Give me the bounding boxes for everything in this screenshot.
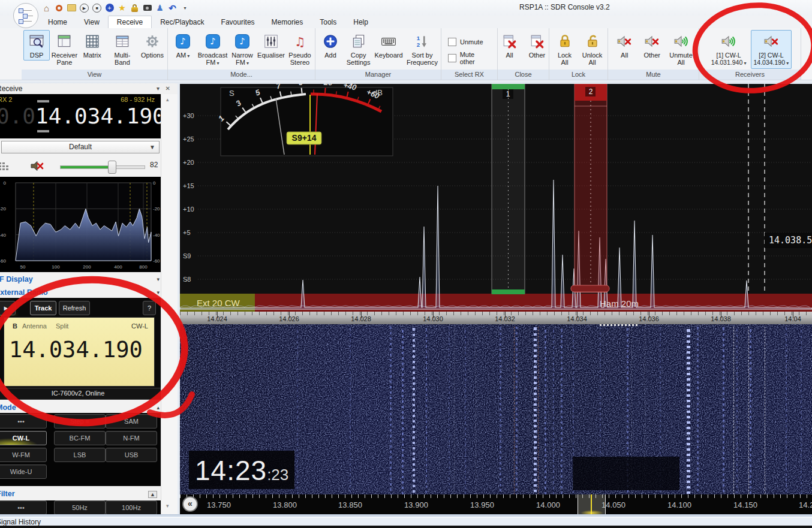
filter-button-[interactable]: ••• xyxy=(0,500,47,514)
svg-text:+25: +25 xyxy=(183,135,194,143)
multi-band-button[interactable]: Multi-Band xyxy=(107,30,138,68)
frequency-digits[interactable]: 0.014.034.190 xyxy=(0,104,166,128)
2-cw-l-14-034-190-button[interactable]: [2] CW-L14.034.190 ▾ xyxy=(751,30,792,69)
panel-close-icon[interactable]: ✕ xyxy=(166,85,170,92)
tab-favourites[interactable]: Favourites xyxy=(213,16,263,29)
keyboard-button[interactable]: Keyboard xyxy=(373,30,404,61)
undo-icon[interactable]: ↶ xyxy=(168,4,177,13)
tab-memories[interactable]: Memories xyxy=(263,16,312,29)
other-button[interactable]: Other xyxy=(639,30,665,61)
am-button[interactable]: ♪AM ▾ xyxy=(170,30,196,62)
lock-all-button[interactable]: LockAll xyxy=(552,30,578,68)
cw-signal-trace xyxy=(500,327,501,494)
scale-label: 14.024 xyxy=(207,315,227,322)
add-icon[interactable]: + xyxy=(105,4,114,13)
help-ring-icon[interactable] xyxy=(55,4,64,13)
dsp-button[interactable]: DSP xyxy=(23,30,50,61)
application-menu-button[interactable] xyxy=(13,3,38,28)
section-header-external-radio[interactable]: External Radio▾ xyxy=(0,287,178,298)
ext-radio-refresh-button[interactable]: Refresh xyxy=(59,301,90,315)
stop-icon[interactable]: ■ xyxy=(92,4,101,13)
tab-help[interactable]: Help xyxy=(345,16,377,29)
band-navigation-bar[interactable]: 13.75013.80013.85013.90013.95014.00014.0… xyxy=(180,494,812,514)
volume-slider[interactable] xyxy=(60,165,145,169)
rf-spectrum-display[interactable]: +30+25+20+15+10+5S9S8Ext 20 CWHam 20m121… xyxy=(180,84,812,312)
receiver-1-marker[interactable]: 1 xyxy=(492,84,525,294)
matrix-button[interactable]: Matrix xyxy=(79,30,106,61)
1-cw-l-14-031-940-button[interactable]: [1] CW-L14.031.940 ▾ xyxy=(708,30,750,69)
mode-button-wide-u[interactable]: Wide-U xyxy=(0,464,47,479)
mode-button-bc-fm[interactable]: BC-FM xyxy=(54,431,106,445)
tab-rec-playback[interactable]: Rec/Playback xyxy=(152,16,212,29)
add-button[interactable]: Add xyxy=(317,30,344,61)
play-icon[interactable]: ▶ xyxy=(80,4,89,13)
mode-button-w-fm[interactable]: W-FM xyxy=(0,448,47,462)
receiver-2-marker[interactable]: 2 xyxy=(571,84,609,292)
audio-levels-icon[interactable] xyxy=(0,161,11,171)
mode-button-n-fm[interactable]: N-FM xyxy=(106,431,157,445)
filter-collapse-button[interactable]: ▲ xyxy=(148,491,157,498)
all-button[interactable]: All xyxy=(497,30,523,61)
tab-view[interactable]: View xyxy=(76,16,108,29)
copy-settings-button[interactable]: CopySettings xyxy=(345,30,372,68)
all-button[interactable]: All xyxy=(611,30,637,61)
equaliser-button[interactable]: Equaliser xyxy=(257,30,285,61)
mode-button-usb[interactable]: USB xyxy=(106,448,157,462)
folder-icon[interactable] xyxy=(67,4,76,13)
narrow-fm-button[interactable]: ♪NarrowFM ▾ xyxy=(229,30,255,69)
tab-receive[interactable]: Receive xyxy=(108,16,152,29)
waterfall-gridline xyxy=(765,327,765,494)
broadcast-fm-button[interactable]: ♪BroadcastFM ▾ xyxy=(197,30,228,69)
receiver-pane-button[interactable]: ReceiverPane xyxy=(51,30,78,68)
home-icon[interactable]: ⌂ xyxy=(42,4,51,13)
mode-button-cw-l[interactable]: CW-L xyxy=(0,431,47,445)
unlock-all-button[interactable]: UnlockAll xyxy=(579,30,606,68)
options-button[interactable]: Options xyxy=(139,30,166,61)
checkbox-icon[interactable] xyxy=(448,54,456,62)
spectrum-frequency-scale[interactable]: 14.02414.02614.02814.03014.03214.03414.0… xyxy=(180,312,812,324)
favourite-star-icon[interactable]: ★ xyxy=(118,4,127,13)
mode-panel: •••Step ≡SAMCW-LBC-FMN-FMW-FMLSBUSBWide-… xyxy=(0,413,161,486)
preset-dropdown[interactable]: Default ▼ xyxy=(1,141,160,153)
toolbar-more-icon[interactable]: ▾ xyxy=(181,4,190,13)
pseudo-stereo-button[interactable]: ♫PseudoStereo xyxy=(287,30,313,68)
section-header-filter[interactable]: Filter ▲ xyxy=(0,488,178,499)
nav-scale-label: 14.100 xyxy=(667,500,691,509)
checkbox-icon[interactable] xyxy=(448,38,456,46)
user-icon[interactable]: ♟ xyxy=(155,4,164,13)
mode-button-sam[interactable]: SAM xyxy=(106,414,157,429)
filter-button-50hz[interactable]: 50Hz xyxy=(54,500,106,514)
status-bar[interactable]: Signal History xyxy=(0,517,812,526)
waterfall-display[interactable]: 14:23:23 Freq: 14.035 MHz Span: ±12.010 … xyxy=(180,324,812,494)
lock-icon[interactable] xyxy=(130,4,139,13)
unmute-all-button[interactable]: UnmuteAll xyxy=(666,30,696,68)
mode-button-[interactable]: ••• xyxy=(0,414,47,429)
other-button[interactable]: Other xyxy=(524,30,551,61)
cw-signal-trace xyxy=(786,327,787,494)
mode-button-lsb[interactable]: LSB xyxy=(54,448,106,462)
section-header-rf-display[interactable]: RF Display▾ xyxy=(0,274,178,285)
sidebar-scrollbar[interactable]: ▴ ▾ xyxy=(161,94,178,514)
cw-signal-trace xyxy=(750,327,751,494)
mute-speaker-icon[interactable] xyxy=(30,160,44,172)
mute-other-checkbox[interactable]: Mute other xyxy=(448,51,491,65)
lcd-mode-label: CW-L xyxy=(131,322,148,330)
section-header-mode[interactable]: Mode▴ xyxy=(0,402,178,413)
filter-button-100hz[interactable]: 100Hz xyxy=(106,500,157,514)
ext-radio-track-button[interactable]: Track xyxy=(30,301,56,315)
mode-button-step[interactable]: Step ≡ xyxy=(54,414,106,429)
tab-home[interactable]: Home xyxy=(40,16,76,29)
panel-menu-icon[interactable]: ▾ xyxy=(157,85,160,92)
sort-by-frequency-button[interactable]: 12Sort byFrequency xyxy=(405,30,439,68)
tab-tools[interactable]: Tools xyxy=(311,16,345,29)
camera-icon[interactable] xyxy=(143,4,152,13)
ext-radio-help-button[interactable]: ? xyxy=(143,301,156,315)
scroll-down-icon[interactable]: ▾ xyxy=(166,503,169,509)
unmute-checkbox[interactable]: Unmute xyxy=(448,38,483,46)
ext-radio-play-button[interactable]: ► xyxy=(0,301,16,315)
scroll-up-icon[interactable]: ▴ xyxy=(166,96,169,102)
nav-back-button[interactable]: « xyxy=(182,496,198,512)
nav-selection-region[interactable] xyxy=(578,494,606,514)
volume-slider-thumb[interactable] xyxy=(108,161,116,174)
frequency-display-panel[interactable]: RX 2 68 - 932 Hz 0.014.034.190 xyxy=(0,94,161,138)
